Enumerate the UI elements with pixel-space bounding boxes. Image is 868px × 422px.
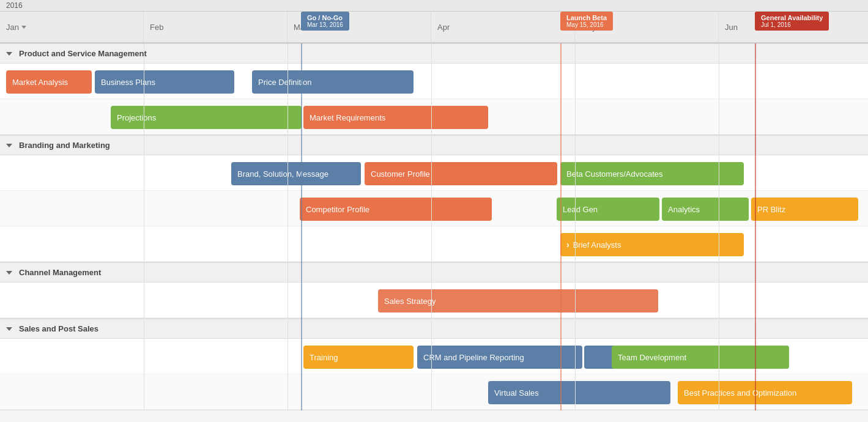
bar-training[interactable]: Training (303, 346, 414, 369)
section-branding-marketing-rows: Brand, Solution, Message Customer Profil… (0, 155, 868, 262)
month-cells: Jan Feb Mar Apr May Jun (0, 12, 868, 42)
bar-sales-strategy[interactable]: Sales Strategy (378, 289, 658, 313)
grid-line-5 (719, 43, 719, 410)
section-sales-post-sales-label: Sales and Post Sales (19, 324, 98, 333)
bar-lead-gen[interactable]: Lead Gen (557, 198, 659, 221)
month-apr: Apr (431, 12, 575, 42)
bar-market-analysis[interactable]: Market Analysis (6, 70, 92, 94)
milestone-go-no-go-label: Go / No-Go Mar 13, 2016 (301, 12, 349, 31)
row-bm-3: › Brief Analysts (0, 226, 868, 262)
timeline-header: Jan Feb Mar Apr May Jun Go / No-Go Mar 1… (0, 12, 868, 43)
milestone-go-no-go: Go / No-Go Mar 13, 2016 (301, 12, 349, 31)
bar-best-practices[interactable]: Best Practices and Optimization (678, 381, 852, 404)
bar-projections[interactable]: Projections (111, 106, 302, 129)
row-bm-1: Brand, Solution, Message Customer Profil… (0, 155, 868, 191)
bar-brand-solution[interactable]: Brand, Solution, Message (231, 162, 361, 185)
section-product-service-rows: Market Analysis Business Plans Price Def… (0, 64, 868, 135)
bar-analytics[interactable]: Analytics (662, 198, 749, 221)
section-channel-management: Channel Management Sales Strategy (0, 262, 868, 319)
row-cm-1: Sales Strategy (0, 283, 868, 318)
section-branding-marketing-label: Branding and Marketing (19, 141, 110, 150)
row-psm-1: Market Analysis Business Plans Price Def… (0, 64, 868, 99)
bar-team-development[interactable]: Team Development (612, 346, 789, 369)
grid-line-4 (575, 43, 576, 410)
bar-virtual-sales[interactable]: Virtual Sales (488, 381, 670, 404)
brief-analysts-chevron: › (566, 240, 569, 250)
bar-crm-pipeline[interactable]: CRM and Pipeline Reporting (417, 346, 582, 369)
section-product-service-header[interactable]: Product and Service Management (0, 43, 868, 64)
section-channel-management-label: Channel Management (19, 268, 101, 277)
section-channel-management-chevron (6, 271, 12, 275)
bar-price-definition[interactable]: Price Definition (252, 70, 414, 94)
year-label: 2016 (0, 0, 868, 12)
grid-line-2 (287, 43, 288, 410)
section-branding-marketing: Branding and Marketing Brand, Solution, … (0, 135, 868, 262)
row-bm-2: Competitor Profile Lead Gen Analytics PR… (0, 191, 868, 226)
grid-line-3 (431, 43, 432, 410)
bar-pr-blitz[interactable]: PR Blitz (751, 198, 858, 221)
section-sales-post-sales-chevron (6, 327, 12, 331)
bar-competitor-profile[interactable]: Competitor Profile (300, 198, 492, 221)
milestone-general-availability: General Availability Jul 1, 2016 (755, 12, 829, 31)
bar-business-plans[interactable]: Business Plans (95, 70, 234, 94)
milestone-launch-beta: Launch Beta May 15, 2016 (560, 12, 613, 31)
row-sps-1: Training CRM and Pipeline Reporting Team… (0, 339, 868, 374)
grid-line-1 (144, 43, 144, 410)
milestone-ga-label: General Availability Jul 1, 2016 (755, 12, 829, 31)
milestone-launch-beta-label: Launch Beta May 15, 2016 (560, 12, 613, 31)
section-channel-management-rows: Sales Strategy (0, 283, 868, 318)
bar-customer-profile[interactable]: Customer Profile (365, 162, 557, 185)
bar-beta-customers[interactable]: Beta Customers/Advocates (560, 162, 744, 185)
section-sales-post-sales-rows: Training CRM and Pipeline Reporting Team… (0, 339, 868, 410)
section-product-service-label: Product and Service Management (19, 49, 147, 58)
section-channel-management-header[interactable]: Channel Management (0, 262, 868, 283)
bar-market-requirements[interactable]: Market Requirements (303, 106, 488, 129)
month-jan: Jan (0, 12, 144, 42)
section-branding-marketing-header[interactable]: Branding and Marketing (0, 135, 868, 155)
section-product-service: Product and Service Management Market An… (0, 43, 868, 135)
section-product-service-chevron (6, 52, 12, 56)
gantt-container: 2016 Jan Feb Mar Apr May Jun Go / No-Go … (0, 0, 868, 422)
row-psm-2: Projections Market Requirements (0, 99, 868, 135)
month-feb: Feb (144, 12, 287, 42)
row-sps-2: Virtual Sales Best Practices and Optimiz… (0, 374, 868, 410)
section-sales-post-sales-header[interactable]: Sales and Post Sales (0, 319, 868, 339)
bar-brief-analysts[interactable]: › Brief Analysts (560, 233, 744, 256)
gantt-body: Product and Service Management Market An… (0, 43, 868, 410)
section-sales-post-sales: Sales and Post Sales Training CRM and Pi… (0, 319, 868, 410)
section-branding-marketing-chevron (6, 144, 12, 147)
